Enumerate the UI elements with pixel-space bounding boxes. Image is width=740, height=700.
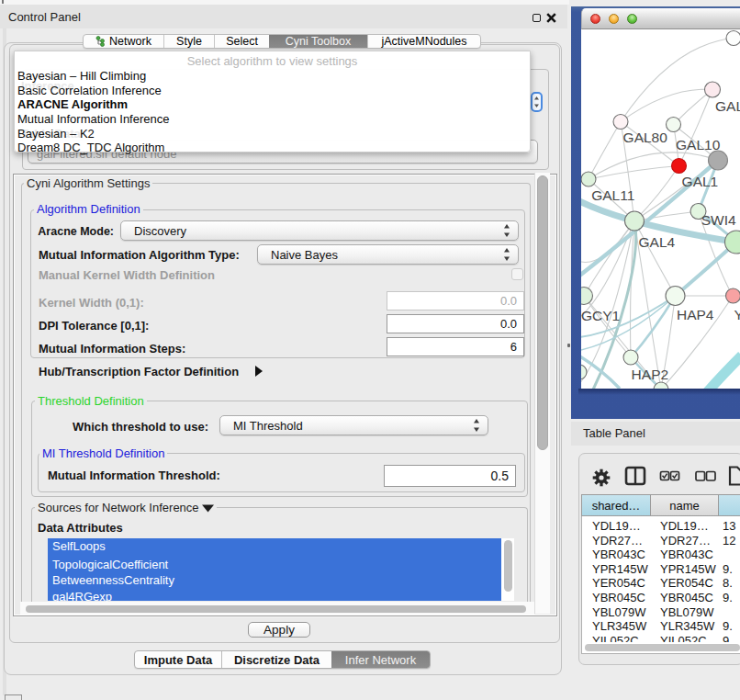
svg-text:GAL7: GAL7 bbox=[715, 98, 740, 114]
svg-text:GAL80: GAL80 bbox=[623, 130, 668, 145]
svg-text:YM: YM bbox=[734, 307, 740, 322]
svg-text:GAL11: GAL11 bbox=[591, 187, 634, 203]
svg-text:GAL4: GAL4 bbox=[639, 234, 676, 250]
svg-text:GAL10: GAL10 bbox=[676, 137, 721, 152]
svg-text:GCY1: GCY1 bbox=[581, 308, 620, 323]
svg-text:HAP4: HAP4 bbox=[677, 307, 714, 322]
svg-text:HAP2: HAP2 bbox=[632, 367, 669, 382]
svg-text:GAL1: GAL1 bbox=[682, 174, 719, 189]
svg-text:SWI4: SWI4 bbox=[701, 212, 736, 228]
